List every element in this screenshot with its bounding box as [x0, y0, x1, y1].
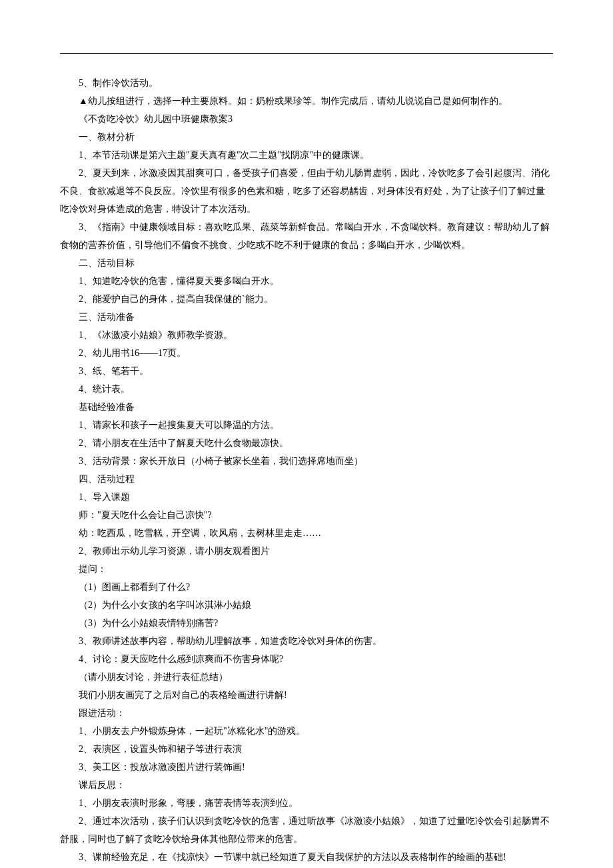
text-line: 2、夏天到来，冰激凌因其甜爽可口，备受孩子们喜爱，但由于幼儿肠胃虚弱，因此，冷饮… — [60, 164, 553, 218]
text-line: （请小朋友讨论，并进行表征总结） — [60, 668, 553, 686]
text-line: 1、小朋友去户外锻炼身体，一起玩"冰糕化水"的游戏。 — [60, 722, 553, 740]
text-line: 二、活动目标 — [60, 254, 553, 272]
text-line: 我们小朋友画完了之后对自己的表格绘画进行讲解! — [60, 686, 553, 704]
text-line: 3、教师讲述故事内容，帮助幼儿理解故事，知道贪吃冷饮对身体的伤害。 — [60, 632, 553, 650]
text-line: 三、活动准备 — [60, 308, 553, 326]
text-line: 幼：吃西瓜，吃雪糕，开空调，吹风扇，去树林里走走…… — [60, 524, 553, 542]
document-page: 5、制作冷饮活动。▲幼儿按组进行，选择一种主要原料。如：奶粉或果珍等。制作完成后… — [0, 0, 613, 868]
text-line: 5、制作冷饮活动。 — [60, 74, 553, 92]
text-line: 四、活动过程 — [60, 470, 553, 488]
text-line: 课后反思： — [60, 776, 553, 794]
text-line: 2、教师出示幼儿学习资源，请小朋友观看图片 — [60, 542, 553, 560]
text-line: 基础经验准备 — [60, 398, 553, 416]
text-line: ▲幼儿按组进行，选择一种主要原料。如：奶粉或果珍等。制作完成后，请幼儿说说自己是… — [60, 92, 553, 110]
text-line: 2、通过本次活动，孩子们认识到贪吃冷饮的危害，通过听故事《冰激凌小姑娘》，知道了… — [60, 812, 553, 848]
text-line: （2）为什么小女孩的名字叫冰淇淋小姑娘 — [60, 596, 553, 614]
text-line: 3、课前经验充足，在《找凉快》一节课中就已经知道了夏天自我保护的方法以及表格制作… — [60, 848, 553, 866]
text-line: 3、《指南》中健康领域目标：喜欢吃瓜果、蔬菜等新鲜食品。常喝白开水，不贪喝饮料。… — [60, 218, 553, 254]
text-line: 2、请小朋友在生活中了解夏天吃什么食物最凉快。 — [60, 434, 553, 452]
text-line: 4、统计表。 — [60, 380, 553, 398]
text-line: 提问： — [60, 560, 553, 578]
horizontal-rule — [60, 53, 553, 54]
text-line: 2、幼儿用书16——17页。 — [60, 344, 553, 362]
text-line: 4、讨论：夏天应吃什么感到凉爽而不伤害身体呢? — [60, 650, 553, 668]
text-line: 《不贪吃冷饮》幼儿园中班健康教案3 — [60, 110, 553, 128]
text-line: 3、美工区：投放冰激凌图片进行装饰画! — [60, 758, 553, 776]
text-line: 师："夏天吃什么会让自己凉快"? — [60, 506, 553, 524]
text-line: 1、《冰激凌小姑娘》教师教学资源。 — [60, 326, 553, 344]
text-line: 一、教材分析 — [60, 128, 553, 146]
text-line: 1、知道吃冷饮的危害，懂得夏天要多喝白开水。 — [60, 272, 553, 290]
text-line: （3）为什么小姑娘表情特别痛苦? — [60, 614, 553, 632]
text-line: 跟进活动： — [60, 704, 553, 722]
text-line: 1、请家长和孩子一起搜集夏天可以降温的方法。 — [60, 416, 553, 434]
text-line: 1、本节活动课是第六主题"夏天真有趣"次二主题"找阴凉"中的健康课。 — [60, 146, 553, 164]
text-line: 3、纸、笔若干。 — [60, 362, 553, 380]
text-line: 2、能爱护自己的身体，提高自我保健的`能力。 — [60, 290, 553, 308]
text-line: 2、表演区，设置头饰和裙子等进行表演 — [60, 740, 553, 758]
text-line: 3、活动背景：家长开放日（小椅子被家长坐着，我们选择席地而坐） — [60, 452, 553, 470]
document-body: 5、制作冷饮活动。▲幼儿按组进行，选择一种主要原料。如：奶粉或果珍等。制作完成后… — [60, 74, 553, 866]
text-line: （1）图画上都看到了什么? — [60, 578, 553, 596]
text-line: 1、小朋友表演时形象，弯腰，痛苦表情等表演到位。 — [60, 794, 553, 812]
text-line: 1、导入课题 — [60, 488, 553, 506]
